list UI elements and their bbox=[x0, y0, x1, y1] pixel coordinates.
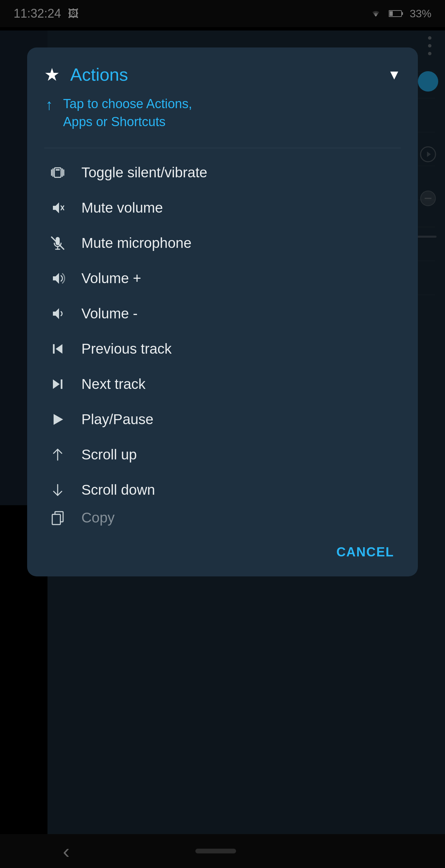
svg-rect-20 bbox=[53, 344, 55, 354]
toggle-silent-label: Toggle silent/vibrate bbox=[81, 164, 207, 181]
skip-next-icon bbox=[47, 376, 68, 392]
scroll-down-label: Scroll down bbox=[81, 482, 155, 498]
volume-down-icon bbox=[47, 305, 68, 322]
dialog-title: Actions bbox=[70, 64, 377, 85]
list-item-scroll-down[interactable]: Scroll down bbox=[44, 472, 401, 508]
svg-rect-10 bbox=[56, 169, 60, 171]
actions-dialog: ★ Actions ▼ ↑ Tap to choose Actions, App… bbox=[27, 47, 418, 576]
skip-previous-icon bbox=[47, 341, 68, 357]
volume-mute-icon bbox=[47, 200, 68, 216]
svg-rect-25 bbox=[52, 514, 60, 525]
list-item-mute-volume[interactable]: Mute volume bbox=[44, 190, 401, 225]
scroll-down-icon bbox=[47, 482, 68, 498]
star-icon: ★ bbox=[44, 64, 60, 85]
volume-plus-label: Volume + bbox=[81, 270, 141, 287]
svg-rect-21 bbox=[61, 379, 62, 389]
list-item-previous-track[interactable]: Previous track bbox=[44, 331, 401, 367]
mute-volume-label: Mute volume bbox=[81, 200, 163, 216]
dialog-footer: CANCEL bbox=[44, 538, 401, 563]
volume-up-icon bbox=[47, 270, 68, 287]
scroll-up-icon bbox=[47, 447, 68, 463]
list-item-volume-minus[interactable]: Volume - bbox=[44, 296, 401, 331]
subtitle-text: Tap to choose Actions, Apps or Shortcuts bbox=[63, 95, 192, 131]
volume-minus-label: Volume - bbox=[81, 305, 138, 322]
play-pause-label: Play/Pause bbox=[81, 411, 153, 428]
copy-label-partial: Copy bbox=[81, 510, 115, 526]
mute-microphone-label: Mute microphone bbox=[81, 235, 192, 251]
list-item-volume-plus[interactable]: Volume + bbox=[44, 261, 401, 296]
vibrate-icon bbox=[47, 164, 68, 181]
list-item-next-track[interactable]: Next track bbox=[44, 367, 401, 402]
mic-off-icon bbox=[47, 235, 68, 251]
cancel-button[interactable]: CANCEL bbox=[330, 541, 401, 563]
previous-track-label: Previous track bbox=[81, 341, 172, 357]
list-item-scroll-up[interactable]: Scroll up bbox=[44, 437, 401, 472]
play-icon bbox=[47, 411, 68, 428]
arrow-up-icon: ↑ bbox=[45, 96, 53, 113]
chevron-down-icon[interactable]: ▼ bbox=[387, 67, 401, 82]
scroll-up-label: Scroll up bbox=[81, 447, 137, 463]
list-item-copy-partial: Copy bbox=[44, 508, 401, 528]
dialog-header: ★ Actions ▼ bbox=[44, 64, 401, 85]
list-item-toggle-silent[interactable]: Toggle silent/vibrate bbox=[44, 155, 401, 190]
list-item-play-pause[interactable]: Play/Pause bbox=[44, 402, 401, 437]
actions-list: Toggle silent/vibrate Mute volume bbox=[44, 155, 401, 528]
next-track-label: Next track bbox=[81, 376, 146, 392]
divider bbox=[44, 148, 401, 148]
dialog-subtitle: ↑ Tap to choose Actions, Apps or Shortcu… bbox=[44, 95, 401, 131]
list-item-mute-microphone[interactable]: Mute microphone bbox=[44, 225, 401, 261]
copy-icon-partial bbox=[47, 510, 68, 526]
